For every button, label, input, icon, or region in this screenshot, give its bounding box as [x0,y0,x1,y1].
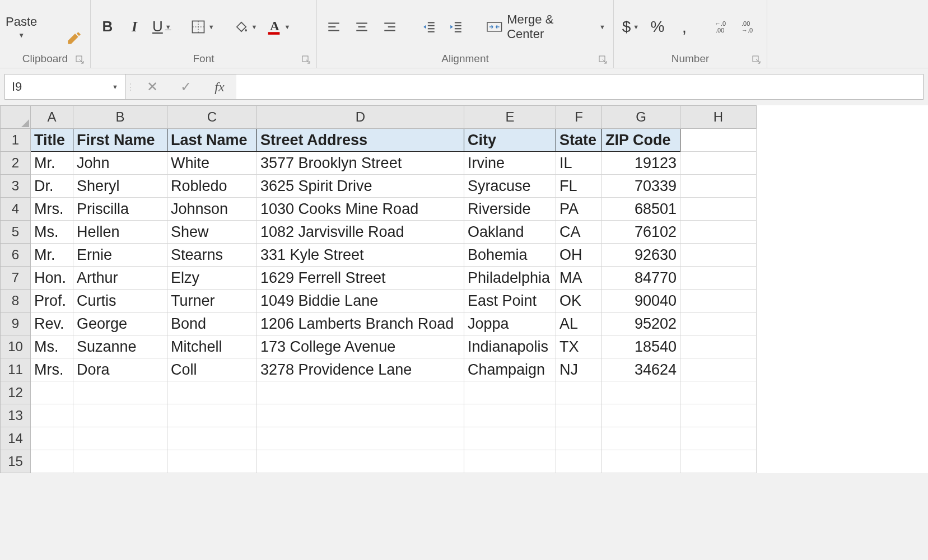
cell[interactable]: Mitchell [167,335,257,358]
cell[interactable]: State [556,129,602,152]
cell[interactable]: Prof. [31,290,73,312]
cell[interactable] [680,290,757,312]
paste-button[interactable]: Paste ▼ [6,15,37,39]
chevron-down-icon[interactable]: ▼ [633,24,639,30]
cell[interactable]: Mrs. [31,358,73,381]
cell[interactable] [602,404,680,427]
chevron-down-icon[interactable]: ▼ [18,31,25,39]
cell[interactable]: TX [556,335,602,358]
cell[interactable] [556,381,602,404]
cancel-formula-button[interactable]: ✕ [136,74,169,100]
chevron-down-icon[interactable]: ▼ [251,24,258,30]
cell[interactable]: First Name [73,129,167,152]
column-header[interactable]: G [602,106,680,129]
cell[interactable] [680,312,757,335]
cell[interactable]: Dora [73,358,167,381]
cell[interactable]: Arthur [73,267,167,290]
percent-button[interactable]: % [646,16,669,38]
cell[interactable] [680,175,757,198]
fill-color-button[interactable]: ▼ [231,16,260,38]
cell[interactable] [167,427,257,450]
comma-style-button[interactable]: , [673,16,696,38]
align-left-button[interactable] [323,16,345,38]
cell[interactable]: 34624 [602,358,680,381]
cell[interactable]: Street Address [257,129,464,152]
cell[interactable]: OK [556,290,602,312]
cell[interactable]: 1030 Cooks Mine Road [257,198,464,221]
cell[interactable]: Turner [167,290,257,312]
cell[interactable] [680,450,757,473]
cell[interactable] [167,381,257,404]
cell[interactable] [257,427,464,450]
cell[interactable]: Coll [167,358,257,381]
cell[interactable]: 3278 Providence Lane [257,358,464,381]
cell[interactable]: 3625 Spirit Drive [257,175,464,198]
cell[interactable]: Hon. [31,267,73,290]
cell[interactable] [167,404,257,427]
cell[interactable]: Indianapolis [464,335,556,358]
cell[interactable] [680,335,757,358]
cell[interactable]: Ernie [73,244,167,267]
column-header[interactable]: H [680,106,757,129]
row-header[interactable]: 2 [1,152,31,175]
cell[interactable]: 1206 Lamberts Branch Road [257,312,464,335]
cell[interactable]: Bohemia [464,244,556,267]
cell[interactable]: Joppa [464,312,556,335]
cell[interactable] [257,404,464,427]
cell[interactable]: 95202 [602,312,680,335]
cell[interactable]: Mr. [31,244,73,267]
align-center-button[interactable] [351,16,373,38]
cell[interactable]: John [73,152,167,175]
cell[interactable] [73,404,167,427]
enter-formula-button[interactable]: ✓ [169,74,203,100]
cell[interactable] [464,427,556,450]
cell[interactable]: 18540 [602,335,680,358]
name-box[interactable]: I9 ▼ [4,74,125,100]
column-header[interactable]: C [167,106,257,129]
cell[interactable]: Sheryl [73,175,167,198]
cell[interactable] [680,267,757,290]
cell[interactable] [680,404,757,427]
column-header[interactable]: B [73,106,167,129]
cell[interactable]: City [464,129,556,152]
cell[interactable] [31,427,73,450]
row-header[interactable]: 11 [1,358,31,381]
cell[interactable]: George [73,312,167,335]
cell[interactable]: Champaign [464,358,556,381]
cell[interactable] [602,381,680,404]
cell[interactable] [680,381,757,404]
column-header[interactable]: F [556,106,602,129]
cell[interactable]: 331 Kyle Street [257,244,464,267]
spreadsheet-grid[interactable]: A B C D E F G H 1TitleFirst NameLast Nam… [0,105,928,473]
cell[interactable]: Johnson [167,198,257,221]
dialog-launcher-icon[interactable] [752,55,761,64]
accounting-format-button[interactable]: $▼ [619,16,642,38]
cell[interactable]: 70339 [602,175,680,198]
cell[interactable]: Mrs. [31,198,73,221]
cell[interactable] [680,221,757,244]
cell[interactable]: 76102 [602,221,680,244]
cell[interactable] [257,381,464,404]
cell[interactable] [31,381,73,404]
cell[interactable] [31,450,73,473]
row-header[interactable]: 9 [1,312,31,335]
cell[interactable] [167,450,257,473]
italic-button[interactable]: I [123,16,146,38]
row-header[interactable]: 7 [1,267,31,290]
underline-button[interactable]: U▼ [150,16,174,38]
cell[interactable]: ZIP Code [602,129,680,152]
cell[interactable]: NJ [556,358,602,381]
cell[interactable]: 173 College Avenue [257,335,464,358]
cell[interactable]: IL [556,152,602,175]
cell[interactable] [464,381,556,404]
cell[interactable]: Curtis [73,290,167,312]
cell[interactable] [680,358,757,381]
cell[interactable] [257,450,464,473]
borders-button[interactable]: ▼ [188,16,217,38]
cell[interactable]: 19123 [602,152,680,175]
insert-function-button[interactable]: fx [203,74,236,100]
chevron-down-icon[interactable]: ▼ [165,24,171,30]
cell[interactable]: East Point [464,290,556,312]
row-header[interactable]: 4 [1,198,31,221]
cell[interactable]: Oakland [464,221,556,244]
